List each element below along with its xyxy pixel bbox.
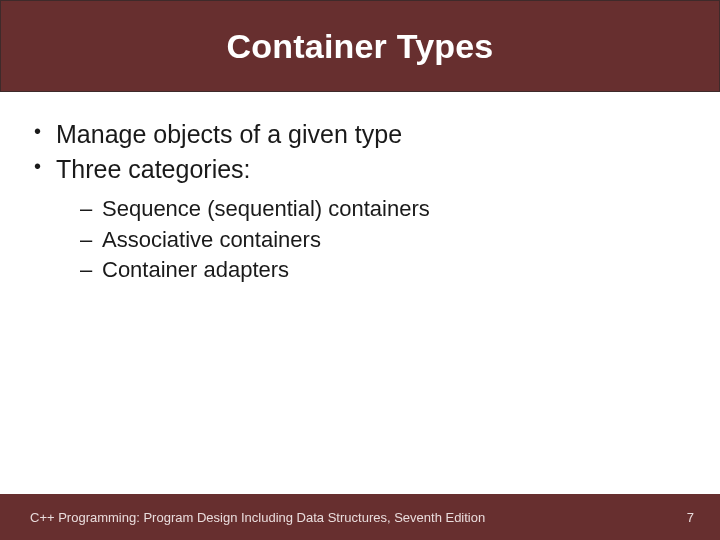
- list-item: Three categories: Sequence (sequential) …: [30, 153, 692, 285]
- slide-body: Manage objects of a given type Three cat…: [0, 92, 720, 494]
- footer-page-number: 7: [687, 510, 694, 525]
- slide-title: Container Types: [227, 27, 494, 66]
- list-item: Associative containers: [76, 226, 692, 255]
- footer-book-title: C++ Programming: Program Design Includin…: [30, 510, 485, 525]
- title-bar: Container Types: [0, 0, 720, 92]
- list-item: Manage objects of a given type: [30, 118, 692, 151]
- sub-bullet-list: Sequence (sequential) containers Associa…: [76, 195, 692, 285]
- list-item: Sequence (sequential) containers: [76, 195, 692, 224]
- list-item: Container adapters: [76, 256, 692, 285]
- list-item-label: Three categories:: [56, 155, 251, 183]
- bullet-list: Manage objects of a given type Three cat…: [30, 118, 692, 285]
- slide-footer: C++ Programming: Program Design Includin…: [0, 494, 720, 540]
